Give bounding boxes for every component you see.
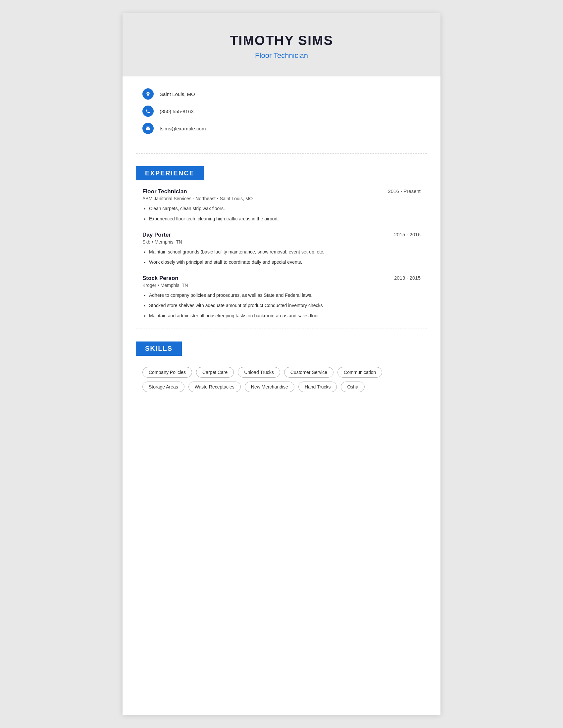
job-title-2: Day Porter [142,232,171,238]
candidate-name: TIMOTHY SIMS [136,33,427,48]
job-title-1: Floor Technician [142,188,187,195]
job-header-2: Day Porter 2015 - 2016 [142,232,421,238]
skill-tag: New Merchandise [245,382,295,392]
skill-tag: Waste Receptacles [188,382,241,392]
location-text: Saint Louis, MO [160,91,195,97]
skill-tag: Osha [341,382,364,392]
job-header-3: Stock Person 2013 - 2015 [142,275,421,282]
job-entry-floor-technician: Floor Technician 2016 - Present ABM Jani… [142,188,421,222]
resume-container: TIMOTHY SIMS Floor Technician Saint Loui… [122,13,441,715]
skill-tag: Communication [338,367,382,378]
skill-tag: Hand Trucks [299,382,337,392]
bullet-item: Maintain and administer all housekeeping… [149,312,421,319]
contact-location: Saint Louis, MO [142,88,421,100]
phone-text: (350) 555-8163 [160,109,194,114]
job-dates-3: 2013 - 2015 [394,275,421,281]
location-icon [142,88,154,100]
candidate-title: Floor Technician [136,51,427,60]
experience-section: Floor Technician 2016 - Present ABM Jani… [122,188,441,319]
divider-1 [136,153,427,154]
skills-tags-container: Company PoliciesCarpet CareUnload Trucks… [142,367,421,392]
job-dates-1: 2016 - Present [388,188,421,194]
job-title-3: Stock Person [142,275,178,282]
bullet-item: Clean carpets, clean strip wax floors. [149,205,421,212]
skills-section: Company PoliciesCarpet CareUnload Trucks… [122,367,441,405]
skill-tag: Carpet Care [196,367,234,378]
skills-section-header: SKILLS [136,341,182,356]
email-icon [142,123,154,134]
divider-3 [136,409,427,409]
contact-email: tsims@example.com [142,123,421,134]
job-bullets-2: Maintain school grounds (basic facility … [142,249,421,266]
skill-tag: Unload Trucks [238,367,280,378]
experience-block: EXPERIENCE Floor Technician 2016 - Prese… [122,157,441,319]
experience-section-header: EXPERIENCE [136,166,204,180]
skills-block: SKILLS Company PoliciesCarpet CareUnload… [122,332,441,405]
bullet-item: Work closely with principal and staff to… [149,259,421,266]
skill-tag: Customer Service [284,367,334,378]
contact-phone: (350) 555-8163 [142,106,421,117]
bullet-item: Stocked store shelves with adequate amou… [149,302,421,309]
job-bullets-1: Clean carpets, clean strip wax floors. E… [142,205,421,222]
skill-tag: Storage Areas [142,382,184,392]
email-text: tsims@example.com [160,126,206,131]
bullet-item: Experienced floor tech, cleaning high tr… [149,215,421,222]
job-entry-day-porter: Day Porter 2015 - 2016 Skb • Memphis, TN… [142,232,421,266]
bullet-item: Adhere to company policies and procedure… [149,292,421,299]
skill-tag: Company Policies [142,367,192,378]
job-header-1: Floor Technician 2016 - Present [142,188,421,195]
job-dates-2: 2015 - 2016 [394,232,421,237]
job-company-2: Skb • Memphis, TN [142,239,421,245]
job-company-1: ABM Janitorial Services - Northeast • Sa… [142,196,421,201]
bullet-item: Maintain school grounds (basic facility … [149,249,421,255]
contact-section: Saint Louis, MO (350) 555-8163 tsims@exa… [122,76,441,150]
resume-header: TIMOTHY SIMS Floor Technician [122,13,441,76]
job-company-3: Kroger • Memphis, TN [142,283,421,288]
job-bullets-3: Adhere to company policies and procedure… [142,292,421,319]
divider-2 [136,329,427,329]
job-entry-stock-person: Stock Person 2013 - 2015 Kroger • Memphi… [142,275,421,319]
phone-icon [142,106,154,117]
